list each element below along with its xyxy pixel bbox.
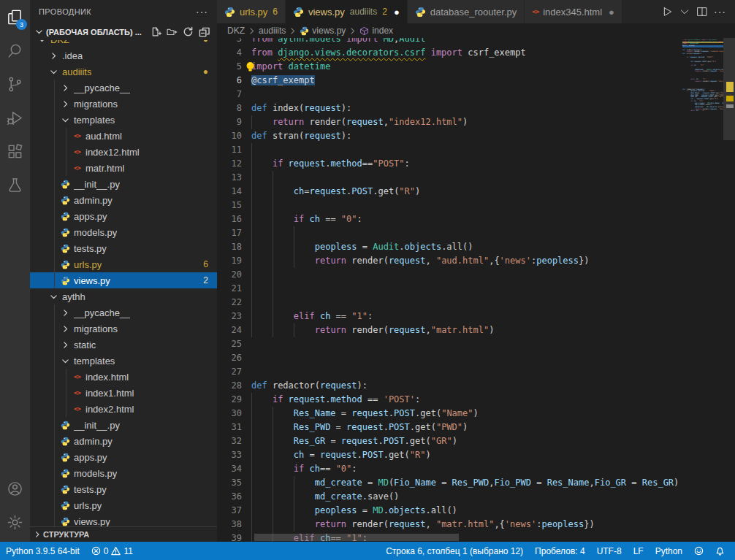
tree-file-models-py[interactable]: models.py <box>30 224 217 240</box>
code-line-9[interactable]: 9 return render(request,"index12.html") <box>217 115 682 129</box>
tree-file-tests-py[interactable]: tests.py <box>30 481 217 497</box>
horizontal-scrollbar-thumb[interactable] <box>254 534 459 541</box>
tree-folder-templates[interactable]: templates <box>30 112 217 128</box>
tree-file-urls-py[interactable]: urls.py6 <box>30 256 217 272</box>
code-line-31[interactable]: 31 Res_PWD = request.POST.get("PWD") <box>217 421 682 434</box>
statusbar-notifications[interactable] <box>709 542 731 560</box>
code-editor[interactable]: 3from aythh.models import MD,Audit4from … <box>217 38 735 542</box>
statusbar-eol[interactable]: LF <box>628 542 650 560</box>
tree-file-apps-py[interactable]: apps.py <box>30 208 217 224</box>
tab-dirty-indicator[interactable]: ● <box>394 7 400 18</box>
code-line-16[interactable]: 16 if ch == "0": <box>217 212 682 226</box>
more-actions-button[interactable]: ··· <box>712 4 728 19</box>
code-line-33[interactable]: 33 ch = request.POST.get("R") <box>217 448 682 462</box>
breadcrumb-item-views-py[interactable]: views.py <box>300 26 346 36</box>
tree-file-urls-py[interactable]: urls.py <box>30 497 217 513</box>
activitybar-source-control[interactable] <box>0 67 30 101</box>
activitybar-run-debug[interactable] <box>0 101 30 134</box>
code-line-38[interactable]: 38 return render(request, "matr.html",{'… <box>217 518 682 532</box>
statusbar-indentation[interactable]: Пробелов: 4 <box>529 542 591 560</box>
code-line-32[interactable]: 32 Res_GR = request.POST.get("GR") <box>217 434 682 448</box>
statusbar-cursor-position[interactable]: Строка 6, столбец 1 (выбрано 12) <box>380 542 529 560</box>
code-line-7[interactable]: 7 <box>217 88 682 101</box>
activitybar-extensions[interactable] <box>0 134 30 168</box>
code-line-30[interactable]: 30 Res_Name = request.POST.get("Name") <box>217 407 682 421</box>
code-line-29[interactable]: 29 if request.method == 'POST': <box>217 393 682 407</box>
code-line-34[interactable]: 34 if ch== "0": <box>217 462 682 476</box>
tree-folder-audiiits[interactable]: audiiits● <box>30 64 217 80</box>
code-line-11[interactable]: 11 <box>217 143 682 157</box>
statusbar-python-interpreter[interactable]: Python 3.9.5 64-bit <box>0 542 85 560</box>
statusbar-encoding[interactable]: UTF-8 <box>591 542 628 560</box>
outline-section-header[interactable]: СТРУКТУРА <box>30 526 217 542</box>
explorer-more-button[interactable]: ··· <box>196 6 208 18</box>
code-line-12[interactable]: 12 if request.method=="POST": <box>217 157 682 171</box>
statusbar-problems[interactable]: 011 <box>85 542 139 560</box>
tree-file-tests-py[interactable]: tests.py <box>30 240 217 256</box>
split-editor-button[interactable] <box>695 4 709 19</box>
code-area[interactable]: 3from aythh.models import MD,Audit4from … <box>217 38 682 542</box>
tab-index345-html[interactable]: <>index345.html● <box>525 0 622 23</box>
tab-dirty-indicator[interactable]: ● <box>609 7 614 18</box>
tree-file-views-py[interactable]: views.py <box>30 513 217 526</box>
statusbar-language-mode[interactable]: Python <box>650 542 688 560</box>
new-file-icon[interactable] <box>151 26 161 37</box>
workspace-section-header[interactable]: (РАБОЧАЯ ОБЛАСТЬ) ... <box>30 23 217 40</box>
minimap[interactable]: from aythh.models import MD,Auditfrom dj… <box>682 39 723 112</box>
code-line-24[interactable]: 24 return render(request,"matr.html") <box>217 323 682 337</box>
tree-folder-static[interactable]: static <box>30 337 217 353</box>
code-line-37[interactable]: 37 peopless = MD.objects.all() <box>217 504 682 518</box>
code-line-27[interactable]: 27 <box>217 365 682 379</box>
code-line-6[interactable]: 6@csrf_exempt <box>217 74 682 88</box>
tree-file-matr-html[interactable]: <>matr.html <box>30 160 217 176</box>
tree-folder--idea[interactable]: .idea <box>30 47 217 64</box>
collapse-all-icon[interactable] <box>199 26 210 37</box>
breadcrumb-item-dkz[interactable]: DKZ <box>227 26 245 36</box>
code-line-22[interactable]: 22 <box>217 296 682 310</box>
tree-folder-migrations[interactable]: migrations <box>30 96 217 112</box>
tree-folder-migrations[interactable]: migrations <box>30 321 217 337</box>
code-line-18[interactable]: 18 peopless = Audit.objects.all() <box>217 240 682 254</box>
tree-file-admin-py[interactable]: admin.py <box>30 192 217 208</box>
activitybar-testing[interactable] <box>0 168 30 202</box>
tree-file-apps-py[interactable]: apps.py <box>30 449 217 465</box>
code-line-4[interactable]: 4from django.views.decorators.csrf impor… <box>217 46 682 60</box>
tab-urls-py[interactable]: urls.py6 <box>217 0 286 23</box>
code-line-35[interactable]: 35 md_create = MD(Fio_Name = Res_PWD,Fio… <box>217 476 682 490</box>
activitybar-account[interactable] <box>0 472 30 505</box>
activitybar-settings[interactable] <box>0 505 30 539</box>
code-line-21[interactable]: 21 <box>217 282 682 296</box>
tree-file-index12-html[interactable]: <>index12.html <box>30 144 217 160</box>
tree-file-aud-html[interactable]: <>aud.html <box>30 128 217 144</box>
tree-file--init-py[interactable]: __init__.py <box>30 417 217 433</box>
code-line-8[interactable]: 8def index(request): <box>217 101 682 115</box>
code-line-36[interactable]: 36 md_create.save() <box>217 490 682 504</box>
overview-ruler[interactable] <box>723 38 735 542</box>
code-line-3[interactable]: 3from aythh.models import MD,Audit <box>217 38 682 46</box>
tree-folder-templates[interactable]: templates <box>30 353 217 369</box>
code-line-19[interactable]: 19 return render(request, "aud.html",{'n… <box>217 254 682 268</box>
tab-views-py[interactable]: views.pyaudiiits2● <box>286 0 408 23</box>
code-line-15[interactable]: 15 <box>217 199 682 212</box>
code-line-13[interactable]: 13 <box>217 171 682 185</box>
activitybar-explorer[interactable]: 3 <box>0 0 30 34</box>
activitybar-search[interactable] <box>0 34 30 67</box>
statusbar-feedback[interactable] <box>688 542 709 560</box>
code-line-20[interactable]: 20 <box>217 268 682 282</box>
tree-file--init-py[interactable]: __init__.py <box>30 176 217 192</box>
tree-file-index1-html[interactable]: <>index1.html <box>30 385 217 401</box>
code-line-26[interactable]: 26 <box>217 351 682 365</box>
tree-folder-dkz[interactable]: DKZ● <box>30 40 217 47</box>
code-line-5[interactable]: 5import datetime <box>217 60 682 74</box>
tree-file-index-html[interactable]: <>index.html <box>30 369 217 385</box>
refresh-icon[interactable] <box>183 26 194 37</box>
tree-file-views-py[interactable]: views.py2 <box>30 272 217 288</box>
tab-database-roouter-py[interactable]: database_roouter.py <box>408 0 525 23</box>
tree-file-models-py[interactable]: models.py <box>30 465 217 481</box>
run-dropdown-button[interactable] <box>677 4 692 19</box>
tree-file-index2-html[interactable]: <>index2.html <box>30 401 217 417</box>
new-folder-icon[interactable] <box>167 26 178 37</box>
tree-folder--pycache-[interactable]: __pycache__ <box>30 80 217 96</box>
code-line-14[interactable]: 14 ch=request.POST.get("R") <box>217 185 682 199</box>
code-line-10[interactable]: 10def stran(request): <box>217 129 682 143</box>
